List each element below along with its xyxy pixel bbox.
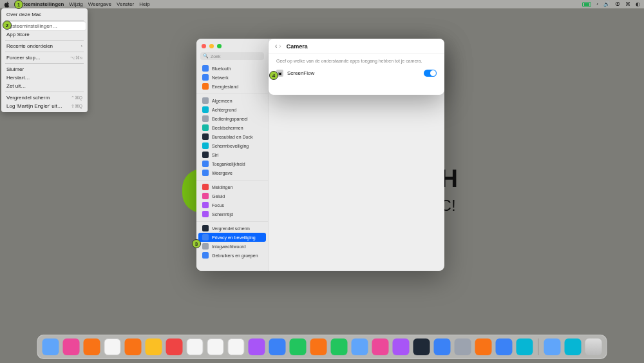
menubar-item-window[interactable]: Venster [117, 1, 134, 7]
spotlight-icon[interactable]: ◐ [636, 1, 640, 7]
menu-about[interactable]: Over deze Mac [1, 10, 88, 19]
dock-app-22[interactable] [496, 338, 513, 355]
sidebar-item-vergrendel-scherm[interactable]: Vergrendel scherm [198, 224, 266, 233]
menubar-item-help[interactable]: Help [139, 1, 149, 7]
dock-app-4[interactable] [125, 338, 142, 355]
sidebar-item-icon [202, 152, 209, 158]
minimize-button[interactable] [209, 44, 214, 48]
detail-title: Camera [287, 43, 308, 50]
sidebar-item-icon [202, 115, 209, 122]
sidebar-item-label: Vergrendel scherm [212, 226, 250, 231]
dock-app-0[interactable] [43, 338, 59, 355]
menu-lock-screen[interactable]: Vergrendel scherm⌃⌘Q [1, 93, 88, 102]
battery-icon[interactable] [582, 2, 591, 7]
menubar-item-view[interactable]: Weergave [88, 1, 111, 7]
menubar-item-edit[interactable]: Wijzig [69, 1, 82, 7]
menu-restart[interactable]: Herstart… [1, 74, 88, 82]
sidebar-item-netwerk[interactable]: Netwerk [198, 73, 266, 82]
sidebar-item-schermtijd[interactable]: Schermtijd [198, 210, 266, 219]
sidebar-item-schermbeveiliging[interactable]: Schermbeveiliging [198, 141, 266, 150]
dock-app-14[interactable] [331, 338, 348, 355]
dock-app-7[interactable] [187, 338, 204, 355]
sidebar-item-label: Toegankelijkheid [212, 162, 245, 166]
dock-app-23[interactable] [516, 338, 533, 355]
dock-app-3[interactable] [104, 338, 121, 355]
sidebar-item-geluid[interactable]: Geluid [198, 191, 266, 201]
dock-app-15[interactable] [352, 338, 368, 355]
dock-app-12[interactable] [290, 338, 307, 355]
trash-icon[interactable] [585, 338, 602, 355]
speaker-icon[interactable]: 🔊 [603, 1, 610, 7]
back-button[interactable]: ‹ [275, 43, 277, 50]
sidebar-item-label: Schermtijd [212, 212, 233, 217]
forward-button[interactable]: › [279, 43, 281, 50]
dock-app-21[interactable] [475, 338, 492, 355]
dock-app-20[interactable] [455, 338, 471, 355]
apple-icon[interactable] [4, 1, 10, 8]
sidebar-item-bureaublad-en-dock[interactable]: Bureaublad en Dock [198, 132, 266, 141]
sidebar-item-icon [202, 211, 209, 217]
sidebar-item-label: Privacy en beveiliging [212, 235, 256, 240]
sidebar-item-toegankelijkheid[interactable]: Toegankelijkheid [198, 159, 266, 168]
sidebar-item-label: Algemeen [212, 99, 232, 103]
sidebar-item-algemeen[interactable]: Algemeen [198, 96, 266, 105]
dock-app-5[interactable] [146, 338, 162, 355]
dock-folder-0[interactable] [544, 338, 561, 355]
sidebar-item-icon [202, 170, 209, 176]
sidebar-item-privacy-en-beveiliging[interactable]: Privacy en beveiliging [198, 233, 266, 242]
sidebar-item-icon [202, 243, 209, 250]
menu-recent[interactable]: Recente onderdelen› [1, 42, 88, 50]
sidebar-item-icon [202, 133, 209, 140]
sidebar-item-energiestand[interactable]: Energiestand [198, 82, 266, 91]
dock [37, 335, 607, 359]
dock-app-8[interactable] [207, 338, 224, 355]
dock-app-1[interactable] [63, 338, 80, 355]
menu-appstore[interactable]: App Store [1, 30, 88, 39]
dock-app-17[interactable] [393, 338, 410, 355]
app-permission-row: ▣ ScreenFlow [269, 66, 444, 82]
step-badge-3: 3 [192, 239, 201, 248]
step-badge-1: 1 [14, 0, 23, 9]
sidebar-item-siri[interactable]: Siri [198, 150, 266, 159]
step-badge-2: 2 [3, 21, 12, 30]
apple-menu-dropdown: Over deze Mac Systeeminstellingen… App S… [1, 8, 88, 112]
zoom-button[interactable] [217, 44, 222, 48]
close-button[interactable] [202, 44, 206, 48]
dock-app-10[interactable] [249, 338, 265, 355]
sidebar-item-icon [202, 142, 209, 149]
sidebar-item-achtergrond[interactable]: Achtergrond [198, 105, 266, 114]
sidebar-item-beeldschermen[interactable]: Beeldschermen [198, 123, 266, 132]
menu-sleep[interactable]: Sluimer [1, 65, 88, 74]
sidebar-item-inlogwachtwoord[interactable]: Inlogwachtwoord [198, 242, 266, 251]
dock-app-16[interactable] [372, 338, 389, 355]
settings-sidebar: 🔍Zoek BluetoothNetwerkEnergiestand Algem… [196, 39, 269, 271]
sidebar-item-gebruikers-en-groepen[interactable]: Gebruikers en groepen [198, 251, 266, 260]
control-center-icon[interactable]: ⌘ [625, 1, 630, 7]
dock-app-2[interactable] [84, 338, 100, 355]
sidebar-item-icon [202, 83, 209, 90]
step-badge-4: 4 [269, 71, 278, 80]
dock-app-13[interactable] [310, 338, 327, 355]
app-name-label: ScreenFlow [287, 70, 420, 76]
permission-toggle[interactable] [424, 70, 437, 77]
sidebar-item-label: Bureaublad en Dock [212, 135, 252, 139]
dock-app-19[interactable] [434, 338, 451, 355]
menu-logout[interactable]: Log 'Martijn Engler' uit…⇧⌘Q [1, 102, 88, 110]
sidebar-item-bedieningspaneel[interactable]: Bedieningspaneel [198, 114, 266, 123]
menu-force-quit[interactable]: Forceer stop…⌥⌘⎋ [1, 54, 88, 62]
dock-app-9[interactable] [228, 338, 245, 355]
dock-app-18[interactable] [413, 338, 430, 355]
dock-app-6[interactable] [166, 338, 183, 355]
sidebar-item-weergave[interactable]: Weergave [198, 168, 266, 177]
dock-app-11[interactable] [269, 338, 286, 355]
search-input[interactable]: 🔍Zoek [200, 52, 264, 60]
sidebar-item-label: Energiestand [212, 84, 238, 89]
menu-shutdown[interactable]: Zet uit… [1, 82, 88, 90]
wifi-icon[interactable]: ⦿ [615, 1, 620, 7]
sidebar-item-focus[interactable]: Focus [198, 201, 266, 210]
sidebar-item-bluetooth[interactable]: Bluetooth [198, 64, 266, 73]
back-icon[interactable]: ‹ [596, 1, 598, 7]
dock-folder-1[interactable] [565, 338, 582, 355]
sidebar-item-meldingen[interactable]: Meldingen [198, 182, 266, 191]
menu-system-settings[interactable]: Systeeminstellingen… [3, 22, 86, 30]
